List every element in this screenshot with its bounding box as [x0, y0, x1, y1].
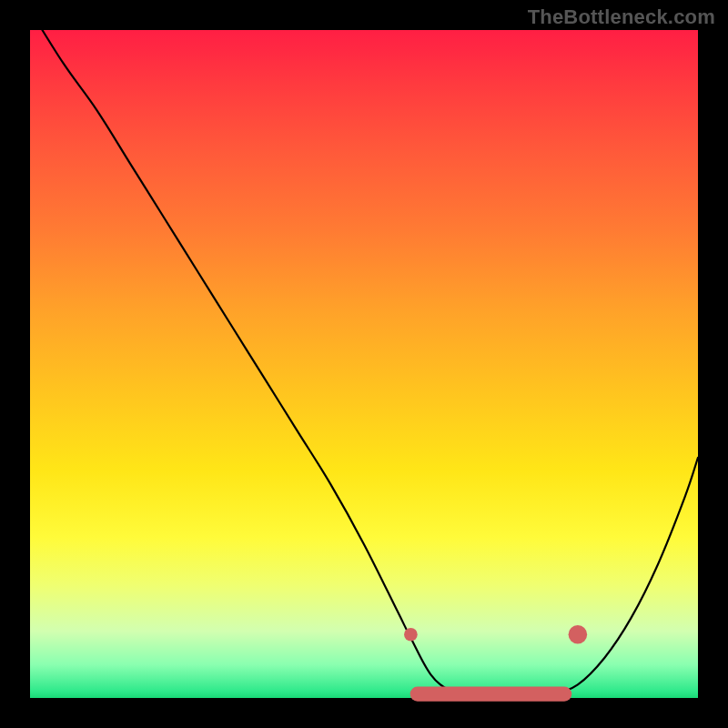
optimal-start-marker	[404, 628, 418, 642]
bottleneck-curve	[30, 10, 698, 699]
bottleneck-chart-svg	[30, 30, 698, 698]
optimal-end-marker	[569, 625, 588, 644]
watermark-text: TheBottleneck.com	[528, 5, 715, 29]
chart-container: TheBottleneck.com	[0, 0, 728, 728]
plot-area	[30, 30, 698, 698]
